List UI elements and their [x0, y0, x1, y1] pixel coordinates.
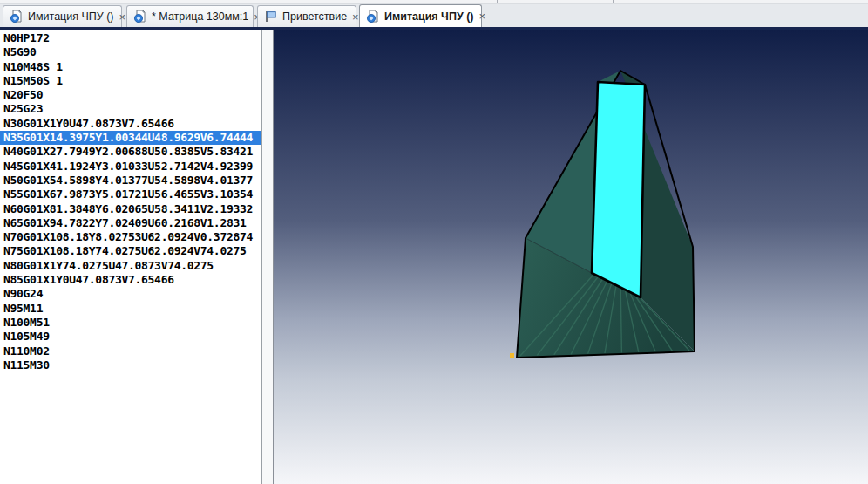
gcode-line[interactable]: N70G01X108.18Y8.02753U62.0924V0.372874 — [0, 230, 261, 244]
tab-label: * Матрица 130мм:1 — [152, 10, 248, 23]
tab-bar: Имитация ЧПУ () × * Матрица 130мм:1 × Пр… — [0, 4, 868, 27]
cnc-simulator-window: Имитация ЧПУ () × * Матрица 130мм:1 × Пр… — [0, 0, 868, 484]
gcode-line[interactable]: N60G01X81.3848Y6.02065U58.3411V2.19332 — [0, 202, 261, 216]
strip-divider — [166, 0, 166, 3]
tab-cnc-simulation-1[interactable]: Имитация ЧПУ () × — [3, 5, 122, 27]
main-content: N0HP172N5G90N10M48S 1N15M50S 1N20F50N25G… — [0, 30, 868, 484]
3d-viewport[interactable] — [274, 30, 868, 484]
gcode-line[interactable]: N0HP172 — [0, 31, 261, 45]
gcode-line[interactable]: N75G01X108.18Y74.0275U62.0924V74.0275 — [0, 244, 261, 258]
gcode-line[interactable]: N115M30 — [0, 358, 261, 372]
gcode-line[interactable]: N5G90 — [0, 45, 261, 59]
gcode-line[interactable]: N90G24 — [0, 287, 261, 301]
gcode-line[interactable]: N35G01X14.3975Y1.00344U48.9629V6.74444 — [0, 131, 261, 145]
cnc-document-icon — [10, 10, 24, 24]
gcode-line[interactable]: N50G01X54.5898Y4.01377U54.5898V4.01377 — [0, 174, 261, 187]
gcode-line[interactable]: N65G01X94.7822Y7.02409U60.2168V1.2831 — [0, 216, 261, 230]
close-icon[interactable]: × — [478, 10, 486, 22]
gcode-line[interactable]: N110M02 — [0, 344, 261, 358]
strip-divider — [613, 0, 614, 3]
3d-scene — [274, 30, 868, 484]
gcode-line[interactable]: N80G01X1Y74.0275U47.0873V74.0275 — [0, 259, 261, 273]
cnc-document-icon — [133, 10, 147, 24]
gcode-line[interactable]: N40G01X27.7949Y2.00688U50.8385V5.83421 — [0, 145, 261, 159]
close-icon[interactable]: × — [119, 11, 127, 23]
part-slot-face — [592, 82, 645, 297]
strip-divider — [248, 0, 248, 3]
origin-marker — [510, 353, 514, 358]
gcode-panel: N0HP172N5G90N10M48S 1N15M50S 1N20F50N25G… — [0, 30, 262, 484]
tab-welcome[interactable]: Приветствие × — [257, 5, 356, 27]
gcode-line[interactable]: N45G01X41.1924Y3.01033U52.7142V4.92399 — [0, 160, 261, 174]
gcode-line[interactable]: N15M50S 1 — [0, 74, 261, 88]
flag-icon — [264, 10, 278, 24]
gcode-line[interactable]: N105M49 — [0, 330, 261, 344]
gcode-line[interactable]: N95M11 — [0, 302, 261, 316]
cnc-document-icon — [366, 10, 380, 24]
gcode-line[interactable]: N100M51 — [0, 316, 261, 330]
tab-cnc-simulation-2-active[interactable]: Имитация ЧПУ () × — [359, 4, 482, 27]
gcode-line[interactable]: N85G01X1Y0U47.0873V7.65466 — [0, 273, 261, 287]
gcode-line[interactable]: N20F50 — [0, 88, 261, 102]
gcode-line[interactable]: N55G01X67.9873Y5.01721U56.4655V3.10354 — [0, 187, 261, 201]
tab-label: Имитация ЧПУ () — [28, 10, 114, 23]
gcode-line[interactable]: N25G23 — [0, 102, 261, 116]
strip-divider — [497, 0, 498, 3]
vertical-scrollbar[interactable] — [262, 30, 274, 484]
tab-matrix-130mm[interactable]: * Матрица 130мм:1 × — [126, 5, 254, 27]
gcode-line[interactable]: N30G01X1Y0U47.0873V7.65466 — [0, 117, 261, 131]
tab-label: Имитация ЧПУ () — [384, 10, 473, 23]
gcode-line[interactable]: N10M48S 1 — [0, 60, 261, 74]
tab-label: Приветствие — [282, 10, 347, 23]
